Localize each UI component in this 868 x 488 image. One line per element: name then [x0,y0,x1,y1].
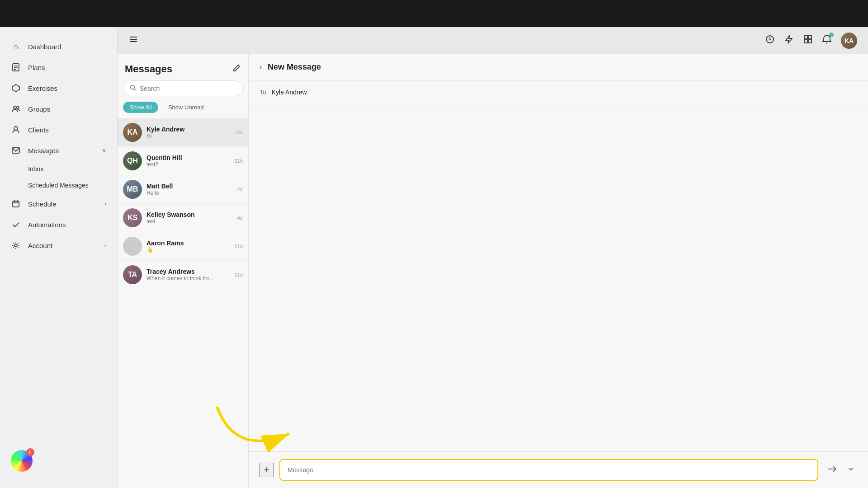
account-chevron: › [104,242,106,249]
sidebar-item-automations[interactable]: Automations [0,214,117,235]
avatar: KA [123,123,142,142]
contact-name: Aaron Rams [146,239,230,247]
filter-unread-button[interactable]: Show Unread [162,102,210,113]
message-preview: 👆 [146,247,230,253]
svg-rect-19 [804,36,807,39]
compose-icon[interactable] [232,64,241,75]
svg-point-7 [14,127,18,130]
sidebar-item-dashboard[interactable]: ⌂ Dashboard [0,36,117,57]
sidebar-label-messages: Messages [28,147,59,155]
account-icon [11,240,21,250]
sidebar-item-clients[interactable]: Clients [0,119,117,140]
message-preview: Hello [146,190,233,196]
lightning-icon[interactable] [784,34,794,47]
conversation-panel: ‹ New Message To: Kyle Andrew + [249,54,868,488]
sidebar-item-schedule[interactable]: Schedule › [0,193,117,214]
sidebar-item-groups[interactable]: Groups [0,99,117,119]
svg-rect-9 [13,201,19,207]
sidebar-sub-scheduled-messages[interactable]: Scheduled Messages [0,177,117,193]
search-input[interactable] [140,85,236,92]
messages-panel: Messages [118,54,249,488]
svg-rect-21 [804,40,807,43]
sidebar-bottom: 6 [0,443,117,479]
sidebar-label-plans: Plans [28,64,45,71]
sidebar-item-plans[interactable]: Plans [0,57,117,78]
contact-name: Matt Bell [146,183,233,190]
sidebar: ⌂ Dashboard Plans Exercises [0,27,118,488]
sidebar-item-exercises[interactable]: Exercises [0,78,117,99]
message-content: Tracey Andrews When it comes to think th… [146,268,230,282]
to-row: To: Kyle Andrew [249,80,868,104]
message-preview: test [146,218,233,225]
avatar: TA [123,265,142,284]
send-button[interactable] [824,461,839,479]
message-content: Matt Bell Hello [146,183,233,196]
svg-rect-20 [808,36,811,39]
sidebar-label-dashboard: Dashboard [28,43,61,51]
svg-point-24 [131,85,135,89]
app-logo-container[interactable]: 6 [11,450,33,472]
bell-badge [829,33,834,37]
groups-icon [11,104,21,114]
search-icon [130,84,136,92]
svg-point-5 [14,106,16,109]
user-avatar[interactable]: KA [841,33,857,49]
svg-point-6 [17,107,19,109]
svg-marker-4 [12,84,19,92]
messages-header: Messages [118,54,248,80]
message-content: Kelley Swanson test [146,211,233,225]
filter-row: Show All Show Unread [118,102,248,118]
conversation-header: ‹ New Message [249,54,868,80]
schedule-icon [11,199,21,209]
sidebar-item-messages[interactable]: Messages ∨ [0,140,117,161]
message-preview: When it comes to think thr... [146,275,230,282]
avatar [123,237,142,256]
contact-name: Tracey Andrews [146,268,230,275]
sidebar-sub-inbox[interactable]: Inbox [0,161,117,177]
list-item[interactable]: KA Kyle Andrew Hi 2m [118,118,248,147]
dashboard-icon: ⌂ [11,42,21,52]
avatar: KS [123,208,142,227]
message-time: 21h [235,158,243,164]
sidebar-item-account[interactable]: Account › [0,235,117,256]
svg-point-13 [14,244,17,247]
svg-rect-22 [808,40,811,43]
filter-all-button[interactable]: Show All [123,102,158,113]
message-time: 21d [235,272,243,277]
back-button[interactable]: ‹ [259,62,262,72]
plans-icon [11,62,21,72]
schedule-chevron: › [104,201,106,207]
message-preview: Hi [146,133,231,139]
send-dropdown-button[interactable] [844,463,857,477]
avatar: MB [123,180,142,199]
message-content: Quentin Hill test2 [146,154,230,168]
sidebar-label-account: Account [28,242,52,249]
nav-icons: KA [765,33,857,49]
add-attachment-button[interactable]: + [259,463,274,477]
list-item[interactable]: QH Quentin Hill test2 21h [118,147,248,175]
sidebar-label-automations: Automations [28,221,66,229]
message-input[interactable] [279,459,818,481]
conversation-footer: + [249,451,868,488]
message-time: 2d [237,187,243,192]
hamburger-menu[interactable] [128,34,138,47]
sidebar-label-schedule: Schedule [28,200,57,208]
message-list: KA Kyle Andrew Hi 2m QH Quentin Hill tes… [118,118,248,488]
messages-icon [11,145,21,155]
avatar: QH [123,151,142,170]
message-preview: test2 [146,161,230,168]
grid-icon[interactable] [803,34,813,47]
to-name: Kyle Andrew [272,89,307,96]
message-content: Aaron Rams 👆 [146,239,230,253]
conversation-body [249,104,868,451]
list-item[interactable]: KS Kelley Swanson test 4d [118,204,248,232]
search-box [123,80,243,96]
bell-icon[interactable] [822,34,832,47]
to-label: To: [259,89,268,96]
list-item[interactable]: Aaron Rams 👆 21d [118,232,248,261]
list-item[interactable]: TA Tracey Andrews When it comes to think… [118,261,248,289]
svg-line-25 [134,89,136,91]
list-item[interactable]: MB Matt Bell Hello 2d [118,175,248,204]
history-icon[interactable] [765,34,775,47]
contact-name: Kelley Swanson [146,211,233,218]
